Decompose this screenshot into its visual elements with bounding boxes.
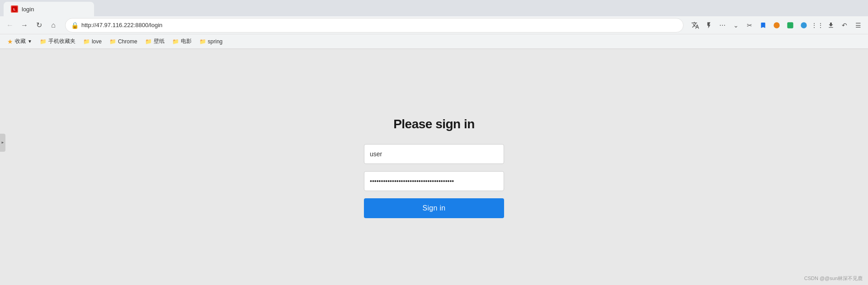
folder-icon: 📁 (84, 38, 90, 45)
bookmark-wallpaper-label: 壁纸 (154, 37, 165, 45)
downloads-btn[interactable] (825, 19, 837, 32)
page-title: Please sign in (393, 117, 475, 131)
folder-icon: 📁 (40, 38, 47, 45)
signin-button[interactable]: Sign in (364, 198, 504, 218)
tab-bar: L login (0, 0, 868, 16)
svg-point-4 (801, 22, 807, 28)
folder-icon: 📁 (146, 38, 152, 45)
folder-icon: 📁 (200, 38, 206, 45)
bookmark-spring-label: spring (208, 38, 223, 45)
tab-title: login (22, 6, 34, 13)
bookmark-chrome-label: Chrome (118, 38, 137, 45)
address-bar[interactable]: 🔒 http://47.97.116.222:8800/login (65, 18, 684, 33)
home-button[interactable]: ⌂ (47, 19, 60, 32)
folder-icon: 📁 (110, 38, 116, 45)
bookmark-movie-folder[interactable]: 📁 电影 (169, 36, 195, 47)
bookmark-manager-btn[interactable] (757, 19, 769, 32)
url-text: http://47.97.116.222:8800/login (81, 22, 678, 28)
apps-btn[interactable]: ⋮⋮ (811, 19, 824, 32)
extension-blue-btn[interactable] (797, 19, 810, 32)
bookmarks-bar: ★ 收藏 ▼ 📁 手机收藏夹 📁 love 📁 Chrome 📁 壁纸 📁 电影… (0, 34, 868, 49)
forward-button[interactable]: → (18, 19, 31, 32)
bookmark-wallpaper-folder[interactable]: 📁 壁纸 (142, 36, 168, 47)
lightning-icon-btn[interactable] (703, 19, 715, 32)
reload-button[interactable]: ↻ (33, 19, 45, 32)
menu-btn[interactable]: ☰ (852, 19, 864, 32)
svg-point-2 (774, 22, 779, 28)
watermark: CSDN @@sun林深不见鹿 (804, 275, 863, 282)
extension-fox-btn[interactable] (770, 19, 783, 32)
active-tab[interactable]: L login (4, 2, 94, 16)
bookmark-love-folder[interactable]: 📁 love (80, 37, 105, 46)
password-input[interactable] (364, 171, 504, 191)
svg-text:L: L (14, 7, 16, 11)
toolbar-right: ⋯ ⌄ ✂ ⋮⋮ ↶ ☰ (689, 19, 864, 32)
bookmark-phone-label: 手机收藏夹 (48, 37, 75, 45)
undo-btn[interactable]: ↶ (838, 19, 851, 32)
bookmark-love-label: love (92, 38, 102, 45)
dropdown-icon: ▼ (28, 39, 32, 44)
bookmark-star-label: 收藏 (15, 37, 26, 45)
more-options-btn[interactable]: ⋯ (716, 19, 729, 32)
svg-rect-3 (787, 22, 793, 28)
main-content: Please sign in Sign in CSDN @@sun林深不见鹿 (0, 49, 868, 285)
tab-favicon: L (11, 5, 18, 13)
translate-icon-btn[interactable] (689, 19, 702, 32)
toolbar: ← → ↻ ⌂ 🔒 http://47.97.116.222:8800/logi… (0, 16, 868, 34)
folder-icon: 📁 (173, 38, 179, 45)
username-input[interactable] (364, 144, 504, 164)
bookmark-star[interactable]: ★ 收藏 ▼ (4, 36, 36, 47)
star-icon: ★ (7, 38, 13, 45)
back-button[interactable]: ← (4, 19, 16, 32)
lock-icon: 🔒 (71, 22, 79, 29)
sidebar-toggle[interactable]: ► (0, 134, 5, 152)
bookmark-phone-folder[interactable]: 📁 手机收藏夹 (37, 36, 79, 47)
cut-icon-btn[interactable]: ✂ (743, 19, 756, 32)
expand-btn[interactable]: ⌄ (730, 19, 742, 32)
extension-green-btn[interactable] (784, 19, 797, 32)
login-container: Please sign in Sign in (364, 117, 504, 218)
bookmark-movie-label: 电影 (181, 37, 192, 45)
bookmark-spring-folder[interactable]: 📁 spring (196, 37, 226, 46)
bookmark-chrome-folder[interactable]: 📁 Chrome (106, 37, 141, 46)
browser-chrome: L login ← → ↻ ⌂ 🔒 http://47.97.116.222:8… (0, 0, 868, 49)
